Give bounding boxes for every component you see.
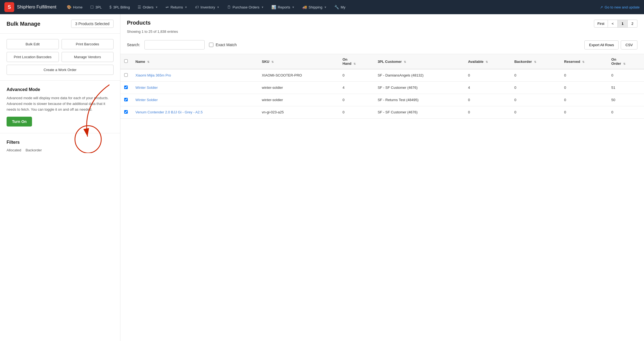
bulk-edit-button[interactable]: Bulk Edit bbox=[7, 39, 59, 49]
pagination-current-button[interactable]: 1 bbox=[618, 20, 628, 28]
row-name-cell: Venum Contender 2.0 BJJ Gi - Grey - A2.5 bbox=[132, 106, 258, 119]
product-name-link[interactable]: Venum Contender 2.0 BJJ Gi - Grey - A2.5 bbox=[135, 110, 203, 114]
row-available-cell: 4 bbox=[464, 82, 510, 94]
th-on-hand[interactable]: OnHand ⇅ bbox=[339, 54, 374, 69]
my-icon: 🔧 bbox=[334, 5, 339, 9]
reports-icon: 📊 bbox=[271, 5, 276, 9]
pagination-right: First < 1 2 bbox=[594, 20, 637, 28]
manage-vendors-button[interactable]: Manage Vendors bbox=[62, 52, 114, 62]
row-reserved-cell: 0 bbox=[560, 94, 607, 106]
nav-purchase-orders[interactable]: 🗒 Purchase Orders ▼ bbox=[223, 0, 268, 14]
table-row: Winter Soldierwinter-soldier4SF - SF Cus… bbox=[120, 82, 644, 94]
product-name-link[interactable]: Winter Soldier bbox=[135, 98, 158, 102]
nav-returns-label: Returns bbox=[170, 5, 183, 9]
row-on-order-cell: 0 bbox=[608, 106, 644, 119]
products-table: Name ⇅ SKU ⇅ OnHand ⇅ 3PL Customer ⇅ Ava… bbox=[120, 54, 644, 119]
row-sku-cell: XIAOMI-SCOOTER-PRO bbox=[258, 69, 339, 82]
row-on-hand-cell: 0 bbox=[339, 106, 374, 119]
nav-inventory[interactable]: 🏷 Inventory ▼ bbox=[191, 0, 223, 14]
row-on-order-cell: 0 bbox=[608, 69, 644, 82]
row-reserved-cell: 0 bbox=[560, 106, 607, 119]
nav-home-label: Home bbox=[73, 5, 83, 9]
turn-on-button[interactable]: Turn On bbox=[7, 117, 32, 127]
billing-icon: $ bbox=[109, 5, 112, 9]
row-3pl-cell: SF - Returns Test (48495) bbox=[374, 94, 464, 106]
pagination-next-button[interactable]: 2 bbox=[628, 20, 637, 28]
shipping-icon: 🚚 bbox=[302, 5, 307, 9]
export-all-rows-button[interactable]: Export All Rows bbox=[584, 40, 619, 49]
panel-top-row: Products Showing 1 to 25 of 1,838 entrie… bbox=[120, 14, 644, 36]
3pl-icon: ☐ bbox=[90, 5, 94, 9]
row-checkbox[interactable] bbox=[124, 86, 128, 89]
nav-my[interactable]: 🔧 My bbox=[330, 0, 349, 14]
nav-returns[interactable]: ⇌ Returns ▼ bbox=[162, 0, 191, 14]
logo-text: ShipHero Fulfillment bbox=[17, 5, 56, 10]
row-checkbox[interactable] bbox=[124, 73, 128, 77]
exact-match-label: Exact Match bbox=[216, 43, 237, 47]
create-work-order-button[interactable]: Create a Work Order bbox=[7, 65, 114, 75]
products-selected-badge: 3 Products Selected bbox=[71, 20, 114, 28]
print-barcodes-button[interactable]: Print Barcodes bbox=[62, 39, 114, 49]
go-to-new-link[interactable]: ↗ Go to new and update bbox=[600, 5, 640, 9]
po-chevron: ▼ bbox=[261, 6, 264, 9]
row-sku-cell: winter-soldier bbox=[258, 82, 339, 94]
nav-home[interactable]: 🎨 Home bbox=[63, 0, 86, 14]
nav-my-label: My bbox=[341, 5, 345, 9]
table-row: Xiaomi Mijia 365m ProXIAOMI-SCOOTER-PRO0… bbox=[120, 69, 644, 82]
select-all-checkbox[interactable] bbox=[124, 59, 128, 63]
product-name-link[interactable]: Winter Soldier bbox=[135, 86, 158, 90]
main-content: Bulk Manage 3 Products Selected Bulk Edi… bbox=[0, 14, 644, 341]
advanced-mode-section: Advanced Mode Advanced mode will display… bbox=[0, 81, 120, 133]
th-reserved[interactable]: Reserved ⇅ bbox=[560, 54, 607, 69]
product-name-link[interactable]: Xiaomi Mijia 365m Pro bbox=[135, 73, 171, 77]
th-3pl-customer[interactable]: 3PL Customer ⇅ bbox=[374, 54, 464, 69]
pagination-first-button[interactable]: First bbox=[594, 20, 608, 28]
search-input[interactable] bbox=[144, 40, 205, 49]
row-sku-cell: vn-gi-023-a25 bbox=[258, 106, 339, 119]
nav-shipping[interactable]: 🚚 Shipping ▼ bbox=[298, 0, 331, 14]
on-order-sort-icon: ⇅ bbox=[623, 62, 625, 65]
th-available[interactable]: Available ⇅ bbox=[464, 54, 510, 69]
backorder-sort-icon: ⇅ bbox=[534, 60, 536, 63]
csv-button[interactable]: CSV bbox=[621, 40, 637, 49]
th-on-order[interactable]: OnOrder ⇅ bbox=[608, 54, 644, 69]
panel-title: Products bbox=[127, 20, 178, 26]
row-3pl-cell: SF - SF Customer (4676) bbox=[374, 82, 464, 94]
row-backorder-cell: 0 bbox=[510, 94, 560, 106]
row-reserved-cell: 0 bbox=[560, 69, 607, 82]
row-available-cell: 0 bbox=[464, 69, 510, 82]
table-row: Venum Contender 2.0 BJJ Gi - Grey - A2.5… bbox=[120, 106, 644, 119]
exact-match-checkbox[interactable] bbox=[209, 43, 213, 47]
th-checkbox bbox=[120, 54, 132, 69]
nav-orders[interactable]: ☰ Orders ▼ bbox=[134, 0, 162, 14]
returns-icon: ⇌ bbox=[166, 5, 169, 9]
nav-3pl[interactable]: ☐ 3PL bbox=[86, 0, 106, 14]
row-checkbox[interactable] bbox=[124, 98, 128, 101]
orders-chevron: ▼ bbox=[155, 6, 158, 9]
sku-sort-icon: ⇅ bbox=[271, 60, 274, 63]
nav-po-label: Purchase Orders bbox=[233, 5, 259, 9]
th-backorder[interactable]: Backorder ⇅ bbox=[510, 54, 560, 69]
row-on-order-cell: 51 bbox=[608, 82, 644, 94]
th-name[interactable]: Name ⇅ bbox=[132, 54, 258, 69]
filter-allocated-label: Allocated bbox=[7, 148, 21, 152]
returns-chevron: ▼ bbox=[185, 6, 187, 9]
row-checkbox[interactable] bbox=[124, 110, 128, 114]
nav-3pl-billing[interactable]: $ 3PL Billing bbox=[106, 0, 134, 14]
nav-reports[interactable]: 📊 Reports ▼ bbox=[268, 0, 298, 14]
table-container: Name ⇅ SKU ⇅ OnHand ⇅ 3PL Customer ⇅ Ava… bbox=[120, 54, 644, 341]
sidebar: Bulk Manage 3 Products Selected Bulk Edi… bbox=[0, 14, 120, 341]
print-location-barcodes-button[interactable]: Print Location Barcodes bbox=[7, 52, 59, 62]
pagination-prev-button[interactable]: < bbox=[608, 20, 618, 28]
go-to-new-text: Go to new and update bbox=[605, 5, 640, 9]
filters-section: Filters Allocated Backorder bbox=[0, 133, 120, 159]
reserved-sort-icon: ⇅ bbox=[582, 60, 584, 63]
th-sku[interactable]: SKU ⇅ bbox=[258, 54, 339, 69]
row-3pl-cell: SF - SF Customer (4676) bbox=[374, 106, 464, 119]
row-checkbox-cell bbox=[120, 82, 132, 94]
orders-icon: ☰ bbox=[138, 5, 141, 9]
home-icon: 🎨 bbox=[67, 5, 71, 9]
row-checkbox-cell bbox=[120, 69, 132, 82]
row-checkbox-cell bbox=[120, 94, 132, 106]
showing-text: Showing 1 to 25 of 1,838 entries bbox=[127, 30, 178, 34]
